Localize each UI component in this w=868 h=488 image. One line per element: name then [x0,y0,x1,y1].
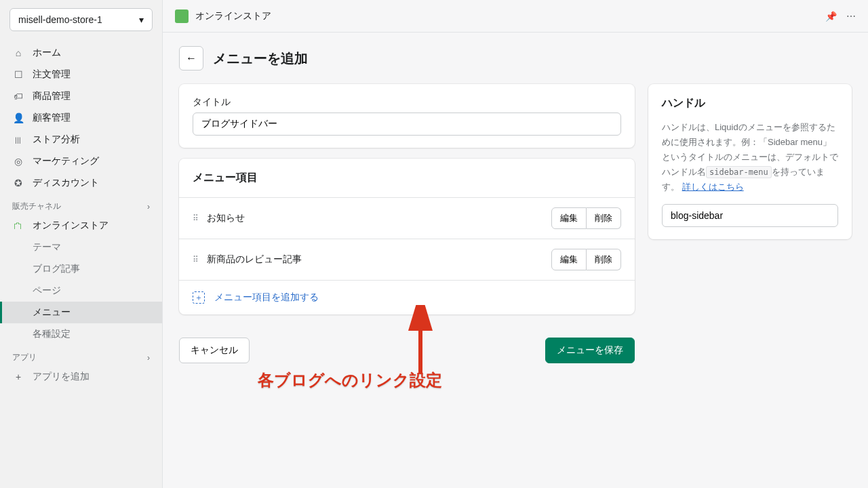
menu-item-row: ⠿ 新商品のレビュー記事 編集 削除 [179,239,635,280]
delete-button[interactable]: 削除 [587,207,621,229]
topbar-right: 📌 ⋯ [825,11,856,22]
cancel-button[interactable]: キャンセル [179,338,250,363]
delete-button[interactable]: 削除 [587,249,621,270]
add-menu-item-label: メニュー項目を追加する [214,291,319,304]
analytics-icon: ⫼ [12,134,24,146]
add-icon: ＋ [193,291,205,304]
edit-button[interactable]: 編集 [551,249,587,270]
subnav-menus[interactable]: メニュー [0,302,162,323]
nav-orders[interactable]: ☐注文管理 [0,64,162,85]
menu-item-label: 新商品のレビュー記事 [207,253,302,266]
learn-more-link[interactable]: 詳しくはこちら [682,182,744,192]
nav-products[interactable]: 🏷商品管理 [0,85,162,107]
page-title: メニューを追加 [213,49,308,68]
subnav-pages[interactable]: ページ [0,280,162,302]
discounts-icon: ✪ [12,177,24,189]
handle-description: ハンドルは、Liquidのメニューを参照するために使用されます。例：「Sideb… [662,120,838,195]
chevron-down-icon: ▾ [139,14,144,25]
content: ← メニューを追加 タイトル メニュー項目 ⠿ お知らせ [163,33,868,488]
store-selector[interactable]: misell-demo-store-1 ▾ [9,8,153,31]
main: オンラインストア 📌 ⋯ ← メニューを追加 タイトル メニュー項 [163,0,868,488]
title-input[interactable] [193,113,621,136]
title-label: タイトル [193,96,621,108]
more-icon[interactable]: ⋯ [846,11,856,22]
sidebar: misell-demo-store-1 ▾ ⌂ホーム ☐注文管理 🏷商品管理 👤… [0,0,163,488]
menu-item-label: お知らせ [207,212,245,224]
subnav-blogs[interactable]: ブログ記事 [0,258,162,280]
subnav-preferences[interactable]: 各種設定 [0,323,162,345]
handle-code: sidebar-menu [706,166,772,178]
main-nav: ⌂ホーム ☐注文管理 🏷商品管理 👤顧客管理 ⫼ストア分析 ◎マーケティング ✪… [0,39,162,390]
nav-marketing[interactable]: ◎マーケティング [0,150,162,172]
topbar: オンラインストア 📌 ⋯ [163,0,868,33]
menu-items-title: メニュー項目 [179,159,635,197]
annotation-text: 各ブログへのリンク設定 [258,369,442,391]
plus-icon: + [12,371,24,383]
layout: タイトル メニュー項目 ⠿ お知らせ 編集 削除 [179,84,852,363]
customers-icon: 👤 [12,112,24,124]
nav-customers[interactable]: 👤顧客管理 [0,107,162,129]
handle-title: ハンドル [662,96,838,110]
pin-icon[interactable]: 📌 [825,11,837,22]
shop-icon [175,9,189,23]
nav-home[interactable]: ⌂ホーム [0,42,162,64]
chevron-right-icon[interactable]: › [147,353,150,363]
online-store-subnav: テーマ ブログ記事 ページ メニュー 各種設定 [0,237,162,345]
drag-handle-icon[interactable]: ⠿ [193,255,197,264]
nav-discounts[interactable]: ✪ディスカウント [0,172,162,194]
handle-input[interactable] [662,204,838,227]
home-icon: ⌂ [12,47,24,59]
marketing-icon: ◎ [12,155,24,167]
store-name: misell-demo-store-1 [18,14,102,25]
apps-section: アプリ › [0,345,162,366]
annotation-arrow-icon [407,305,434,380]
menu-item-row: ⠿ お知らせ 編集 削除 [179,197,635,239]
drag-handle-icon[interactable]: ⠿ [193,214,197,223]
subnav-themes[interactable]: テーマ [0,237,162,258]
products-icon: 🏷 [12,90,24,102]
page-header: ← メニューを追加 [179,46,852,70]
nav-add-app[interactable]: +アプリを追加 [0,366,162,388]
back-button[interactable]: ← [179,46,203,70]
orders-icon: ☐ [12,68,24,81]
channels-section: 販売チャネル › [0,194,162,215]
topbar-title: オンラインストア [195,10,271,22]
store-icon: ⛫ [12,220,24,232]
edit-button[interactable]: 編集 [551,207,587,229]
handle-card: ハンドル ハンドルは、Liquidのメニューを参照するために使用されます。例：「… [648,84,852,239]
save-button[interactable]: メニューを保存 [545,338,635,363]
nav-analytics[interactable]: ⫼ストア分析 [0,129,162,150]
menu-item-actions: 編集 削除 [551,207,621,229]
nav-online-store[interactable]: ⛫オンラインストア [0,215,162,237]
topbar-left: オンラインストア [175,9,271,23]
side-column: ハンドル ハンドルは、Liquidのメニューを参照するために使用されます。例：「… [648,84,852,239]
title-card: タイトル [179,84,635,148]
menu-items-card: メニュー項目 ⠿ お知らせ 編集 削除 [179,159,635,314]
menu-item-actions: 編集 削除 [551,249,621,270]
chevron-right-icon[interactable]: › [147,202,150,211]
arrow-left-icon: ← [186,52,197,64]
